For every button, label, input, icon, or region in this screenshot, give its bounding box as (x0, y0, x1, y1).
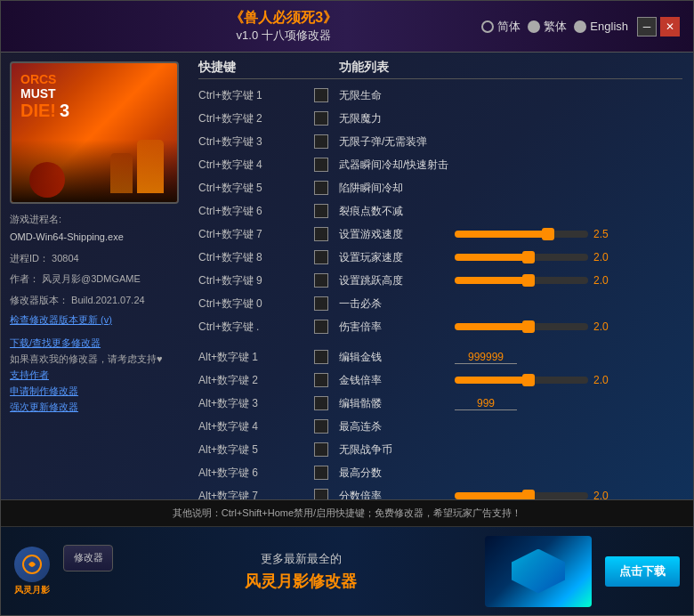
ad-main-title: 风灵月影修改器 (245, 571, 357, 592)
radio-english[interactable] (574, 20, 586, 33)
checkbox-1[interactable] (314, 111, 328, 126)
table-row: Alt+数字键 3编辑骷髅 (198, 392, 682, 415)
slider-fill-6 (455, 231, 548, 238)
checkbox-15[interactable] (314, 419, 328, 434)
checkbox-8[interactable] (314, 273, 328, 288)
checkbox-0[interactable] (314, 88, 328, 102)
slider-container-8: 2.0 (455, 274, 682, 287)
table-row: Ctrl+数字键 6裂痕点数不减 (198, 199, 682, 223)
checkbox-17[interactable] (314, 466, 328, 480)
request-trainer-link[interactable]: 申请制作修改器 (10, 385, 179, 398)
slider-track-18[interactable] (455, 492, 588, 499)
feature-name-12: 编辑金钱 (339, 350, 455, 365)
logo-orcs: ORCS (20, 72, 69, 86)
middle-area: ORCS MUST DIE! 3 游戏进程名: OMD-Win64-Shippi… (1, 53, 693, 499)
language-options: 简体 繁体 English (481, 19, 628, 35)
logo-3: 3 (60, 101, 69, 121)
close-button[interactable]: ✕ (660, 17, 680, 36)
checkbox-5[interactable] (314, 204, 328, 218)
feature-name-17: 最高分数 (339, 466, 455, 481)
game-title: 《兽人必须死3》 (85, 9, 481, 28)
checkbox-wrapper-6 (314, 227, 339, 241)
checkbox-wrapper-0 (314, 88, 339, 102)
slider-thumb-18[interactable] (522, 490, 535, 499)
right-panel: 快捷键 功能列表 Ctrl+数字键 1无限生命Ctrl+数字键 2无限魔力Ctr… (188, 53, 693, 499)
hotkey-key-0: Ctrl+数字键 1 (198, 88, 314, 103)
minimize-button[interactable]: ─ (637, 17, 657, 36)
checkbox-14[interactable] (314, 396, 328, 410)
checkbox-3[interactable] (314, 158, 328, 172)
hotkey-key-18: Alt+数字键 7 (198, 489, 314, 500)
slider-container-18: 2.0 (455, 490, 682, 499)
slider-thumb-13[interactable] (522, 374, 535, 386)
checkbox-4[interactable] (314, 181, 328, 195)
table-row: Ctrl+数字键 5陷阱瞬间冷却 (198, 176, 682, 199)
checkbox-wrapper-12 (314, 350, 339, 364)
slider-track-7[interactable] (455, 254, 588, 261)
table-row: Ctrl+数字键 4武器瞬间冷却/快速射击 (198, 153, 682, 176)
ad-logo: 风灵月影 (14, 547, 50, 596)
slider-thumb-6[interactable] (542, 228, 554, 240)
slider-track-8[interactable] (455, 277, 588, 284)
check-update-link[interactable]: 检查修改器版本更新 (v) (10, 314, 112, 325)
hotkey-key-6: Ctrl+数字键 7 (198, 227, 314, 242)
feature-name-10: 伤害倍率 (339, 320, 455, 335)
hotkey-key-10: Ctrl+数字键 . (198, 320, 314, 335)
force-update-link[interactable]: 强次更新修改器 (10, 401, 179, 414)
lang-english[interactable]: English (574, 20, 628, 33)
ad-logo-text: 风灵月影 (14, 584, 50, 596)
left-panel: ORCS MUST DIE! 3 游戏进程名: OMD-Win64-Shippi… (1, 53, 188, 499)
hotkey-key-3: Ctrl+数字键 4 (198, 158, 314, 173)
checkbox-13[interactable] (314, 373, 328, 387)
feature-col-header: 功能列表 (339, 60, 389, 76)
value-input-12[interactable] (455, 351, 517, 364)
checkbox-9[interactable] (314, 296, 328, 311)
feature-name-7: 设置玩家速度 (339, 250, 455, 265)
checkbox-2[interactable] (314, 134, 328, 149)
slider-thumb-10[interactable] (522, 320, 535, 333)
slider-fill-10 (455, 323, 529, 330)
radio-simplified[interactable] (481, 20, 494, 33)
slider-thumb-8[interactable] (522, 274, 535, 287)
slider-track-13[interactable] (455, 377, 588, 384)
hotkey-key-9: Ctrl+数字键 0 (198, 296, 314, 312)
checkbox-16[interactable] (314, 442, 328, 457)
checkbox-12[interactable] (314, 350, 328, 364)
checkbox-10[interactable] (314, 320, 328, 334)
hotkey-key-5: Ctrl+数字键 6 (198, 204, 314, 219)
download-link[interactable]: 下载/查找更多修改器 (10, 336, 179, 350)
checkbox-wrapper-14 (314, 396, 339, 410)
checkbox-wrapper-1 (314, 111, 339, 126)
author-support-link[interactable]: 支持作者 (10, 369, 179, 382)
game-image: ORCS MUST DIE! 3 (10, 61, 179, 204)
slider-container-13: 2.0 (455, 374, 682, 386)
checkbox-6[interactable] (314, 227, 328, 241)
support-text: 如果喜欢我的修改器，请考虑支持♥ (10, 353, 179, 366)
header-controls: 简体 繁体 English ─ ✕ (481, 17, 680, 36)
feature-name-8: 设置跳跃高度 (339, 273, 455, 288)
checkbox-7[interactable] (314, 250, 328, 264)
checkbox-wrapper-9 (314, 296, 339, 311)
slider-track-10[interactable] (455, 323, 588, 330)
window-buttons: ─ ✕ (637, 17, 680, 36)
slider-track-6[interactable] (455, 231, 588, 238)
ad-image (485, 536, 592, 607)
slider-fill-7 (455, 254, 529, 261)
checkbox-18[interactable] (314, 489, 328, 499)
feature-name-2: 无限子弹/无需装弹 (339, 134, 455, 150)
slider-thumb-7[interactable] (522, 251, 535, 263)
download-button[interactable]: 点击下载 (605, 556, 680, 587)
checkbox-wrapper-7 (314, 250, 339, 264)
tool-modifier-btn[interactable]: 修改器 (63, 545, 113, 571)
lang-simplified[interactable]: 简体 (481, 19, 520, 35)
checkbox-wrapper-5 (314, 204, 339, 218)
radio-traditional[interactable] (528, 20, 540, 33)
value-input-14[interactable] (455, 397, 517, 410)
slider-fill-13 (455, 377, 529, 384)
link-section: 下载/查找更多修改器 如果喜欢我的修改器，请考虑支持♥ 支持作者 申请制作修改器… (10, 336, 179, 414)
hotkey-key-15: Alt+数字键 4 (198, 419, 314, 434)
slider-container-6: 2.5 (455, 228, 682, 240)
hotkey-key-13: Alt+数字键 2 (198, 373, 314, 388)
checkbox-wrapper-3 (314, 158, 339, 172)
lang-traditional[interactable]: 繁体 (528, 19, 567, 35)
